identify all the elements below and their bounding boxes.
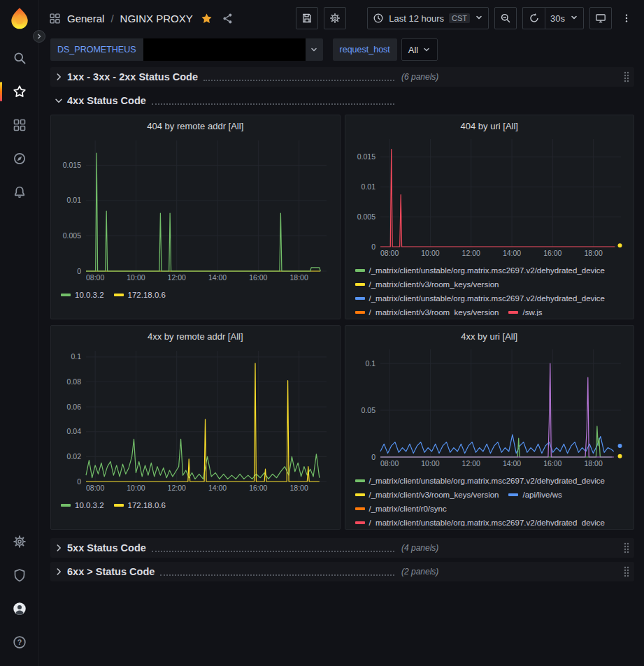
legend-label: 10.0.3.2 xyxy=(75,288,104,302)
dashboard-row-5xx: 5xx Status Code (4 panels) xyxy=(50,538,634,558)
sidebar-expand-chevron[interactable] xyxy=(33,30,45,43)
panel-title[interactable]: 4xx by remote addr [All] xyxy=(57,328,334,345)
tv-mode-button[interactable] xyxy=(589,7,612,29)
legend-item[interactable]: /_matrix/client/v3/room_keys/version xyxy=(355,277,499,291)
legend-item[interactable]: /_matrix/client/unstable/org.matrix.msc2… xyxy=(355,263,606,277)
zoom-out-button[interactable] xyxy=(494,7,517,29)
svg-text:12:00: 12:00 xyxy=(168,484,186,492)
legend-item[interactable]: /_matrix/client/unstable/org.matrix.msc2… xyxy=(355,474,606,488)
row-expand-button[interactable] xyxy=(50,68,67,85)
star-icon xyxy=(13,85,27,99)
legend-item[interactable]: /_matrix/client/unstable/org.matrix.msc2… xyxy=(355,516,606,526)
grafana-logo[interactable] xyxy=(7,6,32,31)
row-drag-handle[interactable] xyxy=(623,566,634,577)
starred-nav-button[interactable] xyxy=(4,76,35,107)
request-host-select[interactable]: All xyxy=(401,38,438,61)
breadcrumb-section[interactable]: General xyxy=(67,13,104,24)
dashboard-settings-button[interactable] xyxy=(324,7,346,29)
panel-title[interactable]: 404 by uri [All] xyxy=(351,118,629,133)
time-series-chart[interactable]: 08:0010:0012:0014:0016:0018:0000.0050.01… xyxy=(351,133,628,258)
time-range-picker[interactable]: Last 12 hours CST xyxy=(367,7,489,29)
drag-handle-icon xyxy=(623,566,630,577)
time-series-chart[interactable]: 08:0010:0012:0014:0016:0018:0000.050.1 xyxy=(351,344,628,468)
row-drag-handle[interactable] xyxy=(623,71,634,82)
server-admin-nav-button[interactable] xyxy=(4,560,35,591)
legend-swatch-icon xyxy=(355,283,365,286)
favorite-star-button[interactable] xyxy=(199,13,214,24)
datasource-value-redacted[interactable] xyxy=(143,38,306,61)
panel-title[interactable]: 4xx by uri [All] xyxy=(351,328,629,344)
legend-label: 10.0.3.2 xyxy=(75,498,104,512)
legend-swatch-icon xyxy=(508,311,518,314)
row-collapse-button[interactable] xyxy=(50,92,67,109)
variables-toolbar: DS_PROMETHEUS request_host All xyxy=(39,36,644,64)
timezone-label: CST xyxy=(449,13,470,23)
request-host-value: All xyxy=(408,45,418,55)
dashboards-nav-button[interactable] xyxy=(4,110,35,140)
legend-swatch-icon xyxy=(355,507,365,510)
legend-item[interactable]: /_matrix/client/v3/room_keys/version xyxy=(355,488,499,502)
panel-legend: /_matrix/client/unstable/org.matrix.msc2… xyxy=(351,474,629,526)
more-options-button[interactable] xyxy=(617,7,636,29)
gear-icon xyxy=(329,13,341,24)
toolbar-actions: Last 12 hours CST 30s xyxy=(296,7,636,29)
row-drag-handle[interactable] xyxy=(623,542,634,553)
row-title[interactable]: 6xx > Status Code xyxy=(67,565,155,579)
row-title[interactable]: 5xx Status Code xyxy=(67,541,146,555)
shield-icon xyxy=(13,568,27,582)
star-filled-icon xyxy=(201,13,213,24)
configuration-nav-button[interactable] xyxy=(4,526,35,557)
row-title[interactable]: 1xx - 3xx - 2xx Status Code xyxy=(67,70,198,84)
svg-text:0.015: 0.015 xyxy=(357,153,375,161)
svg-text:0.005: 0.005 xyxy=(63,231,81,240)
search-icon xyxy=(13,51,27,65)
row-title[interactable]: 4xx Status Code xyxy=(67,94,146,108)
legend-item[interactable]: /_matrix/client/unstable/org.matrix.msc2… xyxy=(355,291,606,305)
refresh-interval-dropdown[interactable]: 30s xyxy=(545,7,584,29)
share-icon xyxy=(222,13,234,24)
dashboard-row-6xx: 6xx > Status Code (2 panels) xyxy=(50,562,634,581)
time-series-chart[interactable]: 08:0010:0012:0014:0016:0018:0000.0050.01… xyxy=(57,135,334,282)
svg-text:0.01: 0.01 xyxy=(67,196,82,204)
svg-text:16:00: 16:00 xyxy=(543,459,561,468)
refresh-button[interactable] xyxy=(522,7,545,29)
save-dashboard-button[interactable] xyxy=(296,7,318,29)
legend-item[interactable]: /sw.js xyxy=(508,305,542,316)
legend-swatch-icon xyxy=(355,479,365,482)
gear-icon xyxy=(13,535,27,549)
legend-item[interactable]: 172.18.0.6 xyxy=(114,498,166,512)
time-series-chart[interactable]: 08:0010:0012:0014:0016:0018:0000.020.040… xyxy=(57,345,334,493)
legend-item[interactable]: 172.18.0.6 xyxy=(114,288,166,302)
dashboard-row-4xx: 4xx Status Code xyxy=(50,91,634,110)
legend-label: /_matrix/client/unstable/org.matrix.msc2… xyxy=(369,263,606,277)
svg-text:14:00: 14:00 xyxy=(502,249,520,257)
legend-item[interactable]: 10.0.3.2 xyxy=(61,288,104,302)
legend-item[interactable]: /api/live/ws xyxy=(508,488,561,502)
grafana-app: ? General / NGINX PROXY xyxy=(0,0,644,666)
legend-swatch-icon xyxy=(61,294,71,296)
svg-text:0.06: 0.06 xyxy=(67,403,82,411)
alerting-nav-button[interactable] xyxy=(4,177,35,208)
share-dashboard-button[interactable] xyxy=(220,11,235,26)
legend-item[interactable]: /_matrix/client/v3/room_keys/version xyxy=(355,305,499,316)
svg-text:16:00: 16:00 xyxy=(249,484,267,492)
row-expand-button[interactable] xyxy=(50,563,67,580)
panel-title[interactable]: 404 by remote addr [All] xyxy=(57,118,334,135)
explore-nav-button[interactable] xyxy=(4,143,35,174)
caret-down-icon xyxy=(475,13,483,24)
panel-legend: /_matrix/client/unstable/org.matrix.msc2… xyxy=(351,263,629,316)
datasource-select[interactable] xyxy=(143,38,323,61)
compass-icon xyxy=(13,152,27,166)
legend-swatch-icon xyxy=(114,294,124,296)
legend-swatch-icon xyxy=(355,269,365,272)
legend-label: /_matrix/client/v3/room_keys/version xyxy=(369,305,499,316)
svg-text:0: 0 xyxy=(77,477,81,486)
help-nav-button[interactable]: ? xyxy=(4,627,35,658)
row-expand-button[interactable] xyxy=(50,540,67,556)
legend-item[interactable]: 10.0.3.2 xyxy=(61,498,104,512)
search-nav-button[interactable] xyxy=(4,43,35,73)
legend-item[interactable]: /_matrix/client/r0/sync xyxy=(355,502,447,516)
legend-label: /api/live/ws xyxy=(522,488,561,502)
datasource-variable-label: DS_PROMETHEUS xyxy=(50,38,143,61)
user-avatar-button[interactable] xyxy=(4,593,35,624)
